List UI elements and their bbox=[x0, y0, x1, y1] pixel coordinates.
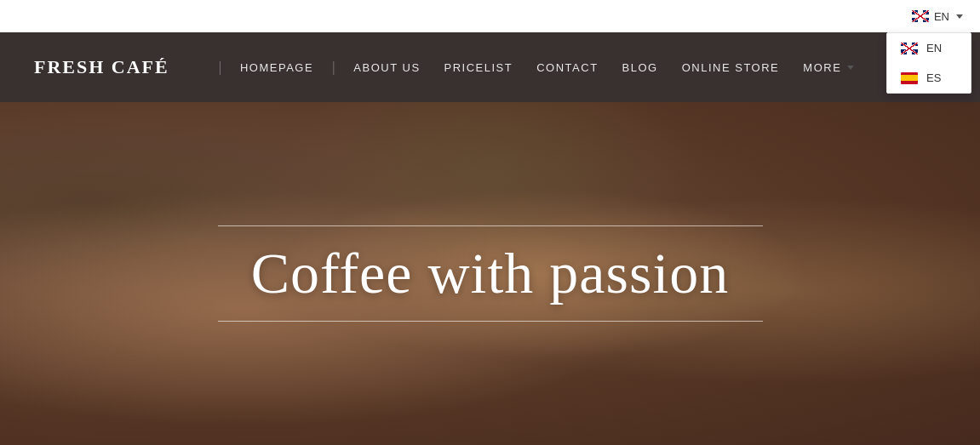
lang-es-label: ES bbox=[926, 71, 941, 84]
hero-top-line bbox=[218, 225, 763, 226]
hero-content: Coffee with passion bbox=[0, 102, 980, 445]
language-selector[interactable]: EN bbox=[912, 10, 963, 23]
nav-item-pricelist[interactable]: PRICELIST bbox=[433, 61, 525, 74]
nav-item-blog[interactable]: BLOG bbox=[610, 61, 670, 74]
chevron-down-icon bbox=[956, 14, 963, 19]
current-lang-label: EN bbox=[934, 10, 949, 23]
more-chevron-icon bbox=[847, 66, 854, 70]
flag-es-icon bbox=[901, 72, 918, 84]
flag-en-icon bbox=[901, 43, 918, 54]
lang-option-en[interactable]: EN bbox=[887, 33, 971, 63]
top-bar: EN EN ES bbox=[0, 0, 980, 32]
language-dropdown: EN ES bbox=[886, 32, 971, 94]
flag-uk-icon bbox=[912, 10, 929, 22]
lang-en-label: EN bbox=[926, 42, 942, 54]
hero-section: Coffee with passion bbox=[0, 102, 980, 445]
brand-logo[interactable]: FRESH CAFÉ bbox=[34, 56, 169, 78]
nav-item-more[interactable]: MORE bbox=[791, 61, 866, 74]
navbar: FRESH CAFÉ | HOMEPAGE | ABOUT US PRICELI… bbox=[0, 32, 980, 102]
nav-item-contact[interactable]: CONTACT bbox=[524, 61, 610, 74]
nav-separator-1: | bbox=[219, 60, 221, 75]
nav-item-about-us[interactable]: ABOUT US bbox=[341, 61, 432, 74]
nav-item-homepage[interactable]: HOMEPAGE bbox=[228, 61, 325, 74]
nav-links: | HOMEPAGE | ABOUT US PRICELIST CONTACT … bbox=[212, 60, 946, 75]
hero-title: Coffee with passion bbox=[251, 240, 730, 307]
hero-bottom-line bbox=[218, 321, 763, 322]
nav-item-online-store[interactable]: ONLINE STORE bbox=[670, 61, 792, 74]
nav-separator-2: | bbox=[332, 60, 335, 75]
lang-option-es[interactable]: ES bbox=[887, 63, 971, 93]
